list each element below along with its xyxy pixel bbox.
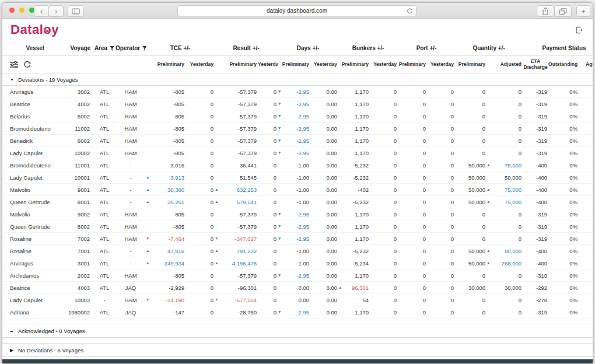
table-row[interactable]: Beatrice4003ATLJAQ-2,9290-96,30100.000.0… <box>2 282 593 294</box>
table-row[interactable]: Lady Capulet10002ATLHAM-8050-57,3790▼-2.… <box>2 147 593 159</box>
sidebar-toggle-button[interactable] <box>68 5 84 17</box>
table-row[interactable]: Queen Gertrude8002ATLHAM-8050-57,3790▼-2… <box>2 220 593 233</box>
section-no-deviations[interactable]: ▶ No Deviations - 6 Voyages <box>2 343 593 357</box>
col-header-tce[interactable]: TCE +/- <box>146 41 215 56</box>
subheader-quantity-adjusted[interactable]: Adjusted <box>487 56 523 74</box>
days-yesterday-cell: 0.00 <box>310 184 338 196</box>
bunkers-yesterday-cell: 0 <box>370 245 398 257</box>
column-settings-icon[interactable] <box>10 61 18 68</box>
days-preliminary-cell: ▼-2.95 <box>278 306 310 318</box>
table-row[interactable]: Adriana1980002ATLJAQ-1470-28,7500▼-2.950… <box>2 306 593 318</box>
subheader-aging[interactable]: Aging <box>579 56 593 74</box>
url-bar[interactable]: dataloy dashboard.com <box>177 5 416 16</box>
quantity-adjusted-cell: 0 <box>487 294 523 306</box>
vessel-cell: Belarius <box>2 110 68 123</box>
days-yesterday-cell: 0.00 <box>310 98 338 110</box>
subheader-tce-yesterday[interactable]: Yesterday <box>186 56 215 74</box>
table-row[interactable]: Beatrice4002ATLHAM-8050-57,3790▼-2.950.0… <box>2 98 593 110</box>
filter-icon[interactable] <box>110 46 114 51</box>
minus-icon[interactable]: – <box>10 328 18 334</box>
result-yesterday-cell: 0 <box>258 282 278 294</box>
down-arrow-icon: ▼ <box>278 139 282 143</box>
quantity-preliminary-cell: 50,000 <box>455 257 487 270</box>
eta-discharge-cell: -319 <box>523 306 548 318</box>
subheader-result-preliminary[interactable]: Preliminary <box>215 56 258 74</box>
subheader-port-preliminary[interactable]: Preliminary <box>398 56 427 74</box>
subheader-port-yesterday[interactable]: Yesterday <box>427 56 455 74</box>
quantity-adjusted-cell: 0 <box>487 233 523 245</box>
share-icon <box>542 7 549 15</box>
dataloy-logo: Dataloy <box>10 22 59 37</box>
filter-icon[interactable] <box>142 46 146 51</box>
subheader-tce-preliminary[interactable]: Preliminary <box>146 56 186 74</box>
col-header-area[interactable]: Area <box>93 41 116 56</box>
table-row[interactable]: Belarius5002ATLHAM-8050-57,3790▼-2.950.0… <box>2 110 593 123</box>
col-header-vessel[interactable]: Vessel <box>2 41 68 56</box>
table-row[interactable]: Malvolio9001ATL-▲38,3800▲632,2530-1.000.… <box>2 184 593 196</box>
table-row[interactable]: Bromodideuterio11002ATLHAM-8050-57,3790▼… <box>2 123 593 135</box>
tce-yesterday-cell: 0 <box>186 172 215 184</box>
result-yesterday-cell: 0 <box>258 294 278 306</box>
result-yesterday-cell: 0 <box>258 306 278 318</box>
section-acknowledged[interactable]: – Acknowledged - 0 Voyages <box>2 324 593 338</box>
subheader-days-yesterday[interactable]: Yesterday <box>310 56 338 74</box>
table-row[interactable]: Lady Capulet10001ATL-▲3,913051,5450-1.00… <box>2 172 593 184</box>
forward-button[interactable]: › <box>48 5 64 17</box>
voyage-cell: 1980002 <box>68 306 93 318</box>
col-header-payment-status[interactable]: Payment Status <box>523 41 593 56</box>
table-row[interactable]: Rosaline7002ATLHAM▼-7,4640▼-347,0270▼-2.… <box>2 233 593 245</box>
table-row[interactable]: Arviragus3001ATL-▲249,9340▲4,196,4760-1.… <box>2 257 593 270</box>
col-header-port[interactable]: Port +/- <box>398 41 455 56</box>
days-yesterday-cell: 0.00 <box>310 86 338 98</box>
col-header-result[interactable]: Result +/- <box>215 41 278 56</box>
col-header-days[interactable]: Days +/- <box>278 41 338 56</box>
port-preliminary-cell: 0 <box>398 110 427 123</box>
table-row[interactable]: Rosaline7001ATL-▲47,8160▲791,2320-1.000.… <box>2 245 593 257</box>
outstanding-cell: 0% <box>548 110 579 123</box>
table-row[interactable]: Arviragus3002ATLHAM-8050-57,3790▼-2.950.… <box>2 86 593 98</box>
subheader-bunkers-preliminary[interactable]: Preliminary <box>338 56 370 74</box>
subheader-bunkers-yesterday[interactable]: Yesterday <box>370 56 398 74</box>
table-row[interactable]: Malvolio9002ATLHAM-8050-57,3790▼-2.950.0… <box>2 208 593 220</box>
eta-discharge-cell: -319 <box>523 270 548 282</box>
subheader-days-preliminary[interactable]: Preliminary <box>278 56 310 74</box>
table-row[interactable]: Lady Capulet10003-HAM▼-14,1900▼-577,5540… <box>2 294 593 306</box>
days-preliminary-cell: ▼-2.95 <box>278 270 310 282</box>
tce-yesterday-cell: 0 <box>186 294 215 306</box>
col-header-bunkers[interactable]: Bunkers +/- <box>338 41 398 56</box>
minimize-button[interactable] <box>19 8 24 13</box>
tab-overview-button[interactable] <box>554 5 572 17</box>
vessel-cell: Malvolio <box>2 184 68 196</box>
reload-icon[interactable] <box>407 8 413 14</box>
subheader-eta-discharge[interactable]: ETA Discharge <box>523 56 548 74</box>
share-button[interactable] <box>537 5 554 17</box>
tce-yesterday-cell: 0 <box>186 123 215 135</box>
bunkers-yesterday-cell: 0 <box>370 282 398 294</box>
subheader-outstanding[interactable]: Outstanding <box>548 56 579 74</box>
logout-button[interactable] <box>575 26 583 36</box>
vessel-cell: Lady Capulet <box>2 294 68 306</box>
table-row[interactable]: Queen Gertrude8001ATL-▲35,2510▲579,5410-… <box>2 196 593 208</box>
table-row[interactable]: Benedick6002ATLHAM-8050-57,3790▼-2.950.0… <box>2 135 593 147</box>
col-header-voyage[interactable]: Voyage <box>68 41 93 56</box>
url-text: dataloy dashboard.com <box>267 8 327 14</box>
subheader-quantity-preliminary[interactable]: Preliminary <box>455 56 487 74</box>
result-yesterday-cell: 0 <box>258 147 278 159</box>
quantity-preliminary-cell: 0 <box>455 270 487 282</box>
col-header-operator[interactable]: Operator <box>116 41 146 56</box>
new-tab-button[interactable]: + <box>576 5 590 17</box>
back-button[interactable]: ‹ <box>34 5 49 17</box>
outstanding-cell: 0% <box>548 196 579 208</box>
expand-triangle-icon[interactable]: ▶ <box>10 348 18 353</box>
section-deviations[interactable]: ▼Deviations - 19 Voyages <box>2 74 593 86</box>
table-row[interactable]: Archidamus2002ATLHAM-8050-57,3790▼-2.950… <box>2 270 593 282</box>
area-cell: ATL <box>93 123 116 135</box>
port-preliminary-cell: 0 <box>398 86 427 98</box>
quantity-adjusted-cell: 0 <box>487 147 523 159</box>
table-row[interactable]: Bromodideuterio11001ATL-3,016036,4410-1.… <box>2 159 593 172</box>
collapse-triangle-icon[interactable]: ▼ <box>10 78 14 82</box>
close-button[interactable] <box>9 8 15 13</box>
refresh-icon[interactable] <box>23 61 31 69</box>
col-header-quantity[interactable]: Quantity +/- <box>455 41 523 56</box>
subheader-result-yesterday[interactable]: Yesterday <box>258 56 278 74</box>
